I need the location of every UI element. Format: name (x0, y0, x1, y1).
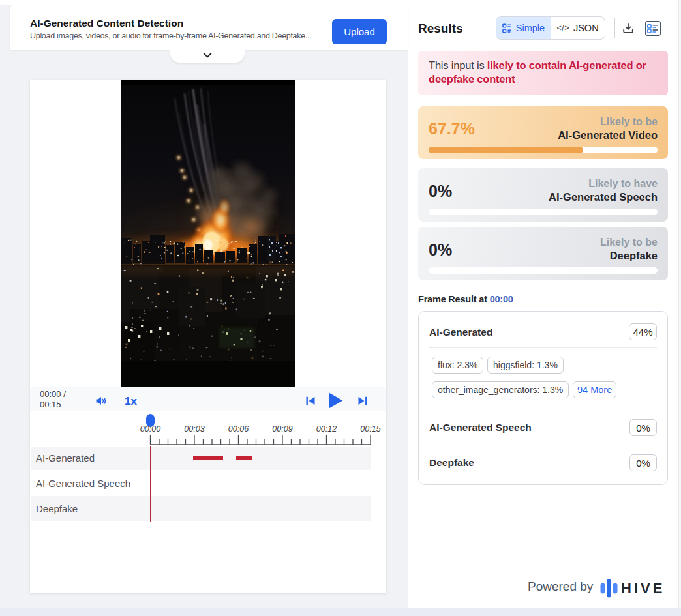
svg-text:00:06: 00:06 (228, 424, 249, 433)
svg-text:00:15: 00:15 (360, 424, 380, 433)
svg-text:00:09: 00:09 (272, 424, 292, 433)
svg-text:00:03: 00:03 (184, 424, 204, 433)
svg-text:00:12: 00:12 (316, 424, 337, 433)
